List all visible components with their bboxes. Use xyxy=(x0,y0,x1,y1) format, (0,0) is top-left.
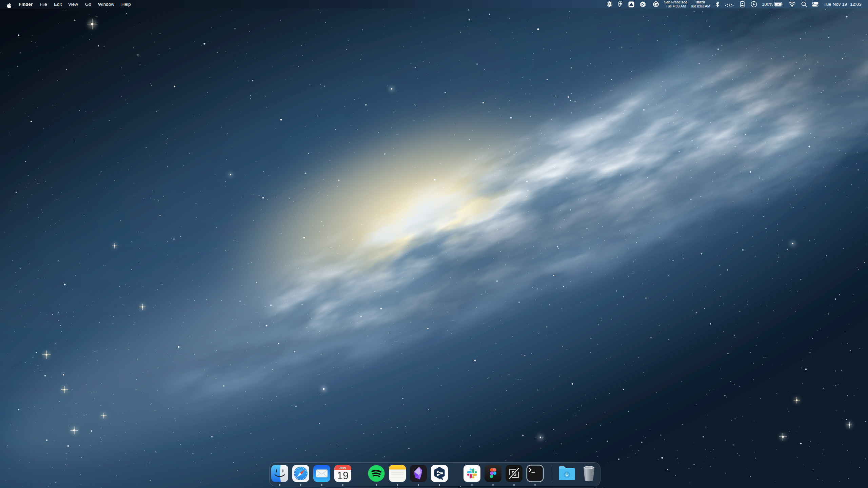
svg-text:19: 19 xyxy=(337,470,349,482)
svg-text:NOV: NOV xyxy=(339,466,346,470)
